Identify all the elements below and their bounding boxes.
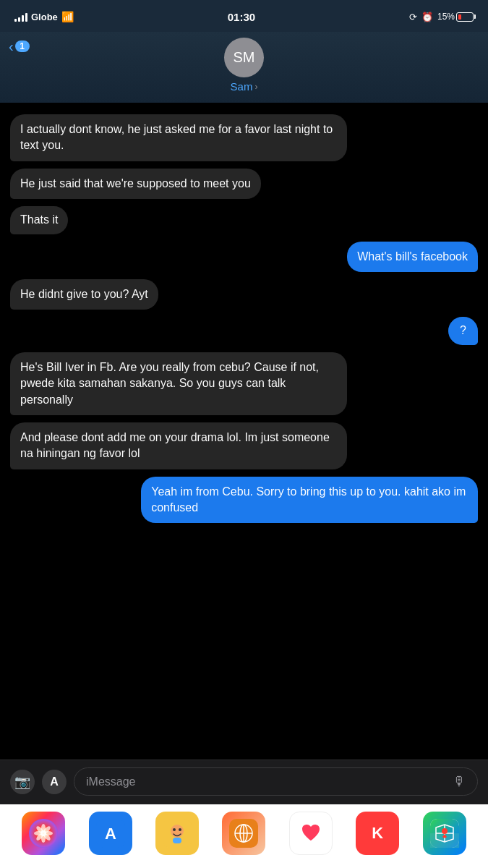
battery-container: 15% [437, 12, 474, 22]
dock-appstore-icon[interactable]: A [89, 812, 132, 855]
chevron-right-icon: › [254, 82, 257, 92]
status-right: ⟳ ⏰ 15% [409, 12, 474, 22]
back-button[interactable]: ‹ 1 [9, 39, 30, 54]
battery-icon [456, 12, 474, 22]
camera-icon: 📷 [14, 774, 30, 790]
message-row: He's Bill Iver in Fb. Are you really fro… [10, 352, 478, 415]
dock-health-icon[interactable] [289, 812, 333, 855]
bubble-received: I actually dont know, he just asked me f… [10, 114, 347, 161]
dock-klook-icon[interactable]: K [356, 812, 399, 855]
bubble-received: He didnt give to you? Ayt [10, 279, 158, 310]
appstore-button[interactable]: A [42, 770, 67, 794]
svg-point-9 [40, 830, 46, 836]
message-row: Thats it [10, 206, 478, 234]
bubble-received: Thats it [10, 206, 68, 234]
message-text: ? [460, 324, 466, 336]
battery-percent: 15% [437, 12, 455, 22]
carrier-label: Globe [31, 12, 58, 22]
message-text: He's Bill Iver in Fb. Are you really fro… [20, 361, 319, 406]
appstore-icon: A [50, 775, 59, 788]
app-dock: A K [0, 804, 488, 868]
signal-icon [14, 12, 27, 22]
message-row: And please dont add me on your drama lol… [10, 422, 478, 469]
bubble-received: And please dont add me on your drama lol… [10, 422, 347, 469]
audio-icon: 🎙 [453, 774, 466, 789]
svg-text:A: A [105, 825, 116, 843]
bubble-received: He's Bill Iver in Fb. Are you really fro… [10, 352, 347, 415]
message-text: I actually dont know, he just asked me f… [20, 123, 333, 151]
camera-button[interactable]: 📷 [10, 770, 35, 794]
message-text: And please dont add me on your drama lol… [20, 431, 330, 459]
message-text: He just said that we're supposed to meet… [20, 177, 251, 190]
back-badge: 1 [15, 41, 30, 52]
avatar: SM [224, 38, 264, 77]
bubble-received: He just said that we're supposed to meet… [10, 169, 261, 199]
svg-point-15 [179, 828, 181, 831]
message-text: What's bill's facebook [357, 250, 468, 263]
rotation-icon: ⟳ [409, 12, 417, 22]
message-input[interactable]: iMessage 🎙 [74, 767, 478, 796]
svg-point-29 [442, 828, 448, 834]
input-placeholder: iMessage [86, 775, 135, 788]
message-row: What's bill's facebook [10, 242, 478, 272]
message-text: He didnt give to you? Ayt [20, 288, 148, 300]
wifi-icon: 📶 [61, 11, 74, 22]
bubble-sent: What's bill's facebook [347, 242, 478, 272]
svg-rect-16 [173, 838, 181, 843]
back-chevron-icon: ‹ [9, 39, 14, 54]
messages-list: I actually dont know, he just asked me f… [0, 103, 488, 760]
time-display: 01:30 [228, 11, 255, 23]
svg-point-14 [173, 828, 176, 831]
contact-name-row[interactable]: Sam › [231, 80, 258, 93]
dock-photos-icon[interactable] [22, 812, 65, 855]
status-bar: Globe 📶 01:30 ⟳ ⏰ 15% [0, 0, 488, 32]
dock-browser-icon[interactable] [222, 812, 265, 855]
klook-letter: K [372, 824, 383, 843]
dock-memoji-icon[interactable] [155, 812, 199, 855]
chat-header: ‹ 1 SM Sam › [0, 32, 488, 103]
status-left: Globe 📶 [14, 11, 74, 22]
message-row: Yeah im from Cebu. Sorry to bring this u… [10, 477, 478, 524]
bubble-sent: Yeah im from Cebu. Sorry to bring this u… [141, 477, 478, 524]
alarm-icon: ⏰ [421, 12, 433, 22]
dock-maps-icon[interactable] [423, 812, 466, 855]
bubble-sent: ? [448, 317, 478, 344]
message-toolbar: 📷 A iMessage 🎙 [0, 760, 488, 804]
message-row: ? [10, 317, 478, 344]
message-row: He just said that we're supposed to meet… [10, 169, 478, 199]
contact-name-label: Sam [231, 80, 253, 93]
message-text: Thats it [20, 213, 58, 226]
message-row: I actually dont know, he just asked me f… [10, 114, 478, 161]
message-text: Yeah im from Cebu. Sorry to bring this u… [151, 485, 466, 514]
message-row: He didnt give to you? Ayt [10, 279, 478, 310]
